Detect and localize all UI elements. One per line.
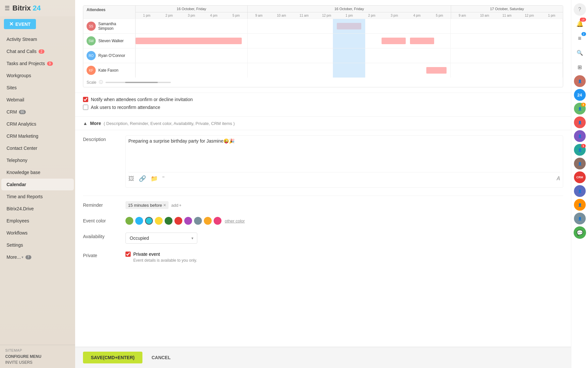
user-avatar-3[interactable]: 👤 3 xyxy=(574,103,586,114)
color-grey[interactable] xyxy=(194,217,202,225)
color-orange[interactable] xyxy=(204,217,212,225)
day-timeline-3 xyxy=(451,19,563,33)
color-pink[interactable] xyxy=(214,217,221,225)
hamburger-icon[interactable]: ☰ xyxy=(5,5,10,12)
table-row: SW Steven Walker xyxy=(83,33,563,48)
sidebar-item-crm-analytics[interactable]: CRM Analytics xyxy=(1,118,74,130)
add-reminder-button[interactable]: add + xyxy=(171,203,181,208)
other-color-link[interactable]: other color xyxy=(225,219,245,223)
user-avatar-8[interactable]: 👤 xyxy=(574,185,586,197)
sidebar-item-workgroups[interactable]: Workgroups xyxy=(1,70,74,81)
crm-avatar[interactable]: CRM xyxy=(574,171,586,183)
reminder-field: Reminder 15 minutes before × add + xyxy=(83,201,563,209)
reconfirm-checkbox[interactable] xyxy=(83,105,88,110)
tasks-icon[interactable]: ≡ 2 xyxy=(574,32,586,44)
availability-select[interactable]: Occupied Free Maybe xyxy=(125,233,197,244)
sidebar-item-tasks-and-projects[interactable]: Tasks and Projects 9 xyxy=(1,58,74,69)
sidebar: ☰ Bitrix 24 ✕ EVENT Activity Stream Chat… xyxy=(0,0,75,368)
sidebar-item-crm-marketing[interactable]: CRM Marketing xyxy=(1,130,74,142)
sidebar-item-webmail[interactable]: Webmail xyxy=(1,94,74,106)
user-avatar-9[interactable]: 👤 xyxy=(574,199,586,211)
user-avatar-24[interactable]: 24 xyxy=(574,89,586,101)
sidebar-item-settings[interactable]: Settings xyxy=(1,239,74,251)
notify-checkbox[interactable] xyxy=(83,97,88,102)
search-icon[interactable]: 🔍 xyxy=(574,46,586,59)
sidebar-header: ☰ Bitrix 24 xyxy=(0,0,75,16)
user-avatar-5[interactable]: 👤 xyxy=(574,130,586,142)
avatar: KF xyxy=(87,66,96,75)
cancel-button[interactable]: CANCEL xyxy=(146,352,176,363)
chat-badge: 2 xyxy=(39,49,44,54)
right-panel: ? 🔔 18 ≡ 2 🔍 ⊞ 👤 24 👤 3 👤 👤 👤 1 👤 CRM 👤 xyxy=(571,0,588,368)
day-label-3: 17 October, Saturday xyxy=(451,6,563,12)
user-avatar-7[interactable]: 👤 xyxy=(574,158,586,169)
reconfirm-label[interactable]: Ask users to reconfirm attendance xyxy=(91,105,160,110)
form-scroll: Attendees 16 October, Friday 1 pm 2 pm 3… xyxy=(75,0,571,347)
chat-fab-icon[interactable]: 💬 xyxy=(574,226,586,239)
sidebar-item-knowledge-base[interactable]: Knowledge base xyxy=(1,166,74,178)
scale-slider[interactable] xyxy=(106,82,171,83)
sidebar-item-bitrix24-drive[interactable]: Bitrix24.Drive xyxy=(1,203,74,215)
selected-block xyxy=(333,34,365,48)
crm-badge: 65 xyxy=(19,110,26,114)
avatar: SW xyxy=(87,36,96,45)
day-times-2: 9 am 10 am 11 am 12 pm 1 pm 2 pm 3 pm 4 … xyxy=(248,12,451,19)
link-icon[interactable]: 🔗 xyxy=(139,175,146,182)
sidebar-item-calendar[interactable]: Calendar xyxy=(1,179,74,190)
event-button[interactable]: ✕ EVENT xyxy=(4,19,36,29)
color-dark-green[interactable] xyxy=(165,217,172,225)
day-timeline-1 xyxy=(136,19,248,33)
color-green[interactable] xyxy=(125,217,133,225)
sidebar-item-activity-stream[interactable]: Activity Stream xyxy=(1,33,74,45)
sidebar-item-crm[interactable]: CRM 65 xyxy=(1,106,74,118)
grid-icon[interactable]: ⊞ xyxy=(574,61,586,73)
description-wrapper: Preparing a surprise birthday party for … xyxy=(125,135,563,188)
sidebar-nav: Activity Stream Chat and Calls 2 Tasks a… xyxy=(0,32,75,345)
sidebar-item-contact-center[interactable]: Contact Center xyxy=(1,142,74,154)
sidebar-item-telephony[interactable]: Telephony xyxy=(1,154,74,166)
day-timeline-2 xyxy=(248,48,451,63)
sidebar-item-sites[interactable]: Sites xyxy=(1,82,74,94)
private-event-label[interactable]: Private event xyxy=(133,252,160,257)
sidebar-item-workflows[interactable]: Workflows xyxy=(1,227,74,239)
sidebar-item-employees[interactable]: Employees xyxy=(1,215,74,227)
user-avatar-1[interactable]: 👤 xyxy=(574,75,586,87)
color-blue[interactable] xyxy=(135,217,143,225)
notify-row: Notify when attendees confirm or decline… xyxy=(83,97,563,102)
color-yellow[interactable] xyxy=(155,217,163,225)
image-icon[interactable]: 🖼 xyxy=(128,175,134,182)
selected-block xyxy=(333,48,365,63)
availability-label: Availability xyxy=(83,233,125,239)
color-cyan[interactable] xyxy=(145,217,153,225)
day-label-2: 16 October, Friday xyxy=(248,6,451,12)
color-red[interactable] xyxy=(174,217,182,225)
private-checkbox[interactable] xyxy=(125,252,131,257)
day-timeline-2 xyxy=(248,34,451,48)
configure-menu[interactable]: CONFIGURE MENU xyxy=(5,354,70,359)
user-avatar-10[interactable]: 👤 xyxy=(574,213,586,224)
sidebar-item-time-and-reports[interactable]: Time and Reports xyxy=(1,191,74,202)
color-purple[interactable] xyxy=(184,217,192,225)
save-button[interactable]: SAVE(CMD+ENTER) xyxy=(83,352,142,363)
schedule-grid: Attendees 16 October, Friday 1 pm 2 pm 3… xyxy=(83,5,563,87)
selected-block xyxy=(333,63,365,78)
attendee-ryan: RO Ryan O'Connor xyxy=(83,48,136,63)
remove-reminder-icon[interactable]: × xyxy=(163,202,166,208)
reminder-label: Reminder xyxy=(83,201,125,208)
scale-thumb xyxy=(125,82,158,83)
sidebar-item-chat-and-calls[interactable]: Chat and Calls 2 xyxy=(1,45,74,57)
help-icon[interactable]: ? xyxy=(574,3,586,16)
user-avatar-4[interactable]: 👤 xyxy=(574,116,586,128)
user-avatar-6[interactable]: 👤 1 xyxy=(574,144,586,156)
description-textarea[interactable]: Preparing a surprise birthday party for … xyxy=(128,138,560,171)
invite-users[interactable]: INVITE USERS xyxy=(5,360,70,365)
notifications-icon[interactable]: 🔔 18 xyxy=(574,18,586,30)
notify-label[interactable]: Notify when attendees confirm or decline… xyxy=(91,97,193,102)
file-icon[interactable]: 📁 xyxy=(151,175,158,182)
more-toggle[interactable]: ▲ More ( Description, Reminder, Event co… xyxy=(83,121,563,126)
quote-icon[interactable]: " xyxy=(162,175,164,182)
sidebar-item-more[interactable]: More... ▾ 7 xyxy=(1,251,74,263)
more-subtitle: ( Description, Reminder, Event color, Av… xyxy=(104,121,235,126)
time-columns: 16 October, Friday 1 pm 2 pm 3 pm 4 pm 5… xyxy=(136,6,563,19)
format-a-icon[interactable]: A xyxy=(556,176,560,182)
